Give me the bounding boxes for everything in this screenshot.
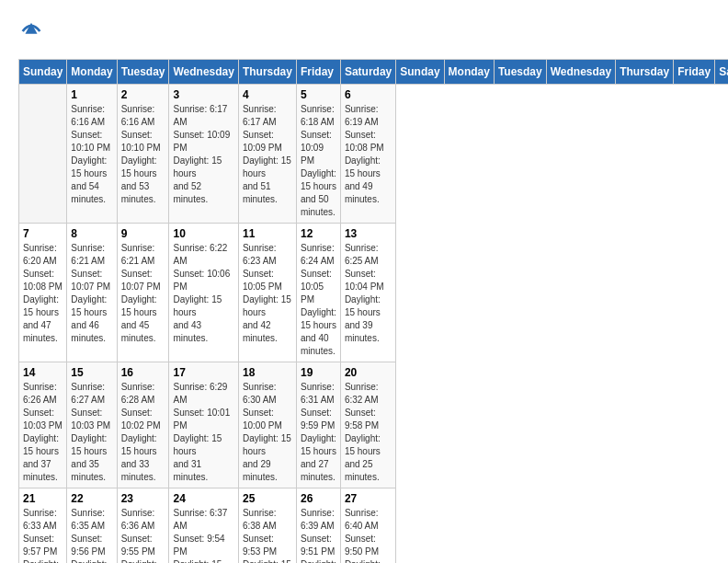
day-number: 5	[301, 88, 336, 101]
calendar-cell: 21Sunrise: 6:33 AM Sunset: 9:57 PM Dayli…	[19, 488, 67, 564]
calendar-cell: 22Sunrise: 6:35 AM Sunset: 9:56 PM Dayli…	[67, 488, 117, 564]
page-header	[18, 18, 710, 44]
day-info: Sunrise: 6:21 AM Sunset: 10:07 PM Daylig…	[121, 242, 165, 345]
day-info: Sunrise: 6:32 AM Sunset: 9:58 PM Dayligh…	[345, 381, 392, 484]
calendar-cell: 8Sunrise: 6:21 AM Sunset: 10:07 PM Dayli…	[67, 224, 117, 362]
week-row-2: 7Sunrise: 6:20 AM Sunset: 10:08 PM Dayli…	[19, 224, 729, 362]
calendar-header: SundayMondayTuesdayWednesdayThursdayFrid…	[19, 60, 729, 85]
column-header-thursday: Thursday	[616, 60, 674, 85]
day-number: 1	[71, 88, 112, 101]
column-header-wednesday: Wednesday	[169, 60, 238, 85]
day-info: Sunrise: 6:30 AM Sunset: 10:00 PM Daylig…	[243, 381, 292, 484]
column-header-sunday: Sunday	[19, 60, 67, 85]
column-header-saturday: Saturday	[340, 60, 395, 85]
day-info: Sunrise: 6:25 AM Sunset: 10:04 PM Daylig…	[345, 242, 392, 345]
day-number: 25	[243, 492, 292, 505]
day-info: Sunrise: 6:17 AM Sunset: 10:09 PM Daylig…	[243, 103, 292, 206]
day-info: Sunrise: 6:19 AM Sunset: 10:08 PM Daylig…	[345, 103, 392, 206]
day-info: Sunrise: 6:31 AM Sunset: 9:59 PM Dayligh…	[301, 381, 336, 484]
calendar-cell: 2Sunrise: 6:16 AM Sunset: 10:10 PM Dayli…	[117, 85, 169, 224]
calendar-cell: 5Sunrise: 6:18 AM Sunset: 10:09 PM Dayli…	[296, 85, 340, 224]
column-header-friday: Friday	[674, 60, 715, 85]
calendar-cell: 15Sunrise: 6:27 AM Sunset: 10:03 PM Dayl…	[67, 362, 117, 488]
day-info: Sunrise: 6:27 AM Sunset: 10:03 PM Daylig…	[71, 381, 112, 484]
day-number: 23	[121, 492, 165, 505]
column-header-friday: Friday	[296, 60, 340, 85]
day-number: 22	[71, 492, 112, 505]
day-info: Sunrise: 6:36 AM Sunset: 9:55 PM Dayligh…	[121, 507, 165, 563]
day-number: 2	[121, 88, 165, 101]
day-number: 9	[121, 227, 165, 240]
logo-icon	[18, 18, 44, 44]
day-number: 17	[173, 366, 233, 379]
day-number: 19	[301, 366, 336, 379]
day-info: Sunrise: 6:33 AM Sunset: 9:57 PM Dayligh…	[23, 507, 63, 563]
day-number: 4	[243, 88, 292, 101]
day-info: Sunrise: 6:26 AM Sunset: 10:03 PM Daylig…	[23, 381, 63, 484]
column-header-thursday: Thursday	[238, 60, 296, 85]
day-info: Sunrise: 6:24 AM Sunset: 10:05 PM Daylig…	[301, 242, 336, 358]
day-info: Sunrise: 6:28 AM Sunset: 10:02 PM Daylig…	[121, 381, 165, 484]
calendar-cell	[19, 85, 67, 224]
day-number: 15	[71, 366, 112, 379]
calendar-cell: 17Sunrise: 6:29 AM Sunset: 10:01 PM Dayl…	[169, 362, 238, 488]
day-number: 12	[301, 227, 336, 240]
day-info: Sunrise: 6:21 AM Sunset: 10:07 PM Daylig…	[71, 242, 112, 345]
calendar-cell: 4Sunrise: 6:17 AM Sunset: 10:09 PM Dayli…	[238, 85, 296, 224]
day-info: Sunrise: 6:22 AM Sunset: 10:06 PM Daylig…	[173, 242, 233, 345]
day-number: 13	[345, 227, 392, 240]
day-info: Sunrise: 6:23 AM Sunset: 10:05 PM Daylig…	[243, 242, 292, 345]
calendar-body: 1Sunrise: 6:16 AM Sunset: 10:10 PM Dayli…	[19, 85, 729, 564]
calendar-cell: 23Sunrise: 6:36 AM Sunset: 9:55 PM Dayli…	[117, 488, 169, 564]
day-info: Sunrise: 6:37 AM Sunset: 9:54 PM Dayligh…	[173, 507, 233, 563]
day-number: 11	[243, 227, 292, 240]
calendar-cell: 26Sunrise: 6:39 AM Sunset: 9:51 PM Dayli…	[296, 488, 340, 564]
calendar-cell: 27Sunrise: 6:40 AM Sunset: 9:50 PM Dayli…	[340, 488, 395, 564]
calendar-cell: 18Sunrise: 6:30 AM Sunset: 10:00 PM Dayl…	[238, 362, 296, 488]
calendar-cell: 16Sunrise: 6:28 AM Sunset: 10:02 PM Dayl…	[117, 362, 169, 488]
week-row-4: 21Sunrise: 6:33 AM Sunset: 9:57 PM Dayli…	[19, 488, 729, 564]
day-info: Sunrise: 6:18 AM Sunset: 10:09 PM Daylig…	[301, 103, 336, 219]
calendar-cell: 6Sunrise: 6:19 AM Sunset: 10:08 PM Dayli…	[340, 85, 395, 224]
day-info: Sunrise: 6:16 AM Sunset: 10:10 PM Daylig…	[71, 103, 112, 206]
column-header-wednesday: Wednesday	[546, 60, 615, 85]
day-number: 20	[345, 366, 392, 379]
calendar-cell: 9Sunrise: 6:21 AM Sunset: 10:07 PM Dayli…	[117, 224, 169, 362]
day-number: 21	[23, 492, 63, 505]
day-number: 16	[121, 366, 165, 379]
calendar-cell: 1Sunrise: 6:16 AM Sunset: 10:10 PM Dayli…	[67, 85, 117, 224]
day-info: Sunrise: 6:16 AM Sunset: 10:10 PM Daylig…	[121, 103, 165, 206]
day-number: 14	[23, 366, 63, 379]
calendar-cell: 13Sunrise: 6:25 AM Sunset: 10:04 PM Dayl…	[340, 224, 395, 362]
calendar-cell: 25Sunrise: 6:38 AM Sunset: 9:53 PM Dayli…	[238, 488, 296, 564]
day-info: Sunrise: 6:17 AM Sunset: 10:09 PM Daylig…	[173, 103, 233, 206]
day-number: 26	[301, 492, 336, 505]
calendar-cell: 11Sunrise: 6:23 AM Sunset: 10:05 PM Dayl…	[238, 224, 296, 362]
calendar-cell: 10Sunrise: 6:22 AM Sunset: 10:06 PM Dayl…	[169, 224, 238, 362]
day-info: Sunrise: 6:29 AM Sunset: 10:01 PM Daylig…	[173, 381, 233, 484]
day-number: 18	[243, 366, 292, 379]
day-info: Sunrise: 6:39 AM Sunset: 9:51 PM Dayligh…	[301, 507, 336, 563]
calendar-cell: 14Sunrise: 6:26 AM Sunset: 10:03 PM Dayl…	[19, 362, 67, 488]
logo	[18, 18, 48, 44]
week-row-3: 14Sunrise: 6:26 AM Sunset: 10:03 PM Dayl…	[19, 362, 729, 488]
day-number: 24	[173, 492, 233, 505]
day-number: 6	[345, 88, 392, 101]
header-row: SundayMondayTuesdayWednesdayThursdayFrid…	[19, 60, 729, 85]
day-info: Sunrise: 6:35 AM Sunset: 9:56 PM Dayligh…	[71, 507, 112, 563]
column-header-tuesday: Tuesday	[117, 60, 169, 85]
day-number: 3	[173, 88, 233, 101]
column-header-monday: Monday	[67, 60, 117, 85]
calendar-cell: 12Sunrise: 6:24 AM Sunset: 10:05 PM Dayl…	[296, 224, 340, 362]
day-number: 8	[71, 227, 112, 240]
column-header-saturday: Saturday	[715, 60, 728, 85]
calendar-cell: 7Sunrise: 6:20 AM Sunset: 10:08 PM Dayli…	[19, 224, 67, 362]
day-info: Sunrise: 6:38 AM Sunset: 9:53 PM Dayligh…	[243, 507, 292, 563]
column-header-monday: Monday	[444, 60, 494, 85]
column-header-sunday: Sunday	[396, 60, 444, 85]
calendar-cell: 20Sunrise: 6:32 AM Sunset: 9:58 PM Dayli…	[340, 362, 395, 488]
day-number: 27	[345, 492, 392, 505]
calendar-cell: 3Sunrise: 6:17 AM Sunset: 10:09 PM Dayli…	[169, 85, 238, 224]
calendar-cell: 19Sunrise: 6:31 AM Sunset: 9:59 PM Dayli…	[296, 362, 340, 488]
day-number: 10	[173, 227, 233, 240]
